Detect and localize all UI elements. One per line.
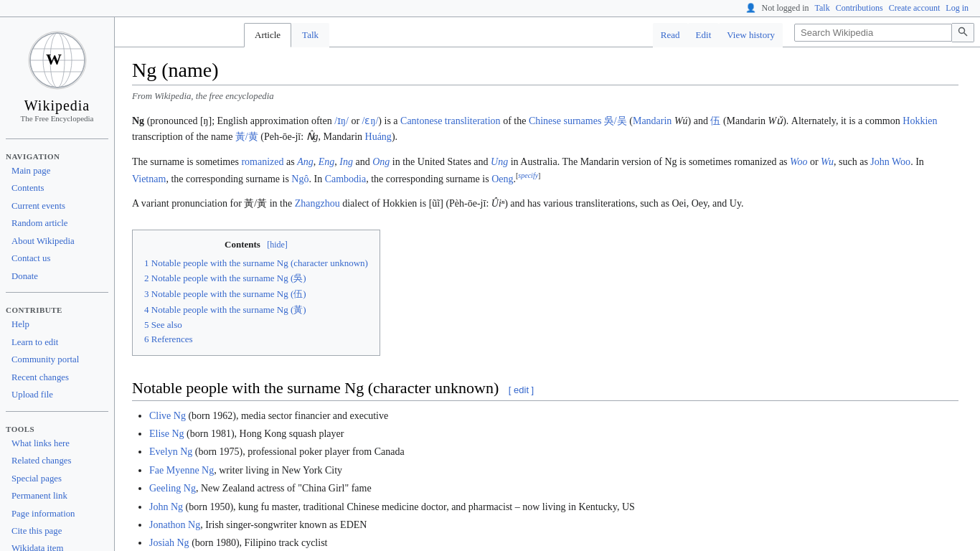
sidebar-item-cite-page[interactable]: Cite this page bbox=[0, 522, 114, 540]
toc-link-5[interactable]: 5 See also bbox=[144, 319, 182, 330]
ang-link[interactable]: Ang bbox=[297, 156, 314, 167]
ung-link[interactable]: Ung bbox=[491, 156, 508, 167]
zhangzhou-link[interactable]: Zhangzhou bbox=[295, 198, 340, 209]
list-item: Clive Ng (born 1962), media sector finan… bbox=[149, 408, 958, 424]
tab-talk[interactable]: Talk bbox=[291, 23, 329, 47]
wu-link2[interactable]: Wu bbox=[821, 156, 834, 167]
sidebar-item-about[interactable]: About Wikipedia bbox=[0, 232, 114, 250]
chinese-surnames-link[interactable]: Chinese surnames 吳/吴 bbox=[529, 116, 627, 126]
search-form[interactable] bbox=[794, 23, 974, 42]
create-account-link[interactable]: Create account bbox=[889, 3, 941, 14]
layout: W Wikipedia The Free Encyclopedia Naviga… bbox=[0, 17, 980, 551]
list-item: Jonathon Ng, Irish singer-songwriter kno… bbox=[149, 517, 958, 533]
toc-item-1[interactable]: 1 Notable people with the surname Ng (ch… bbox=[144, 256, 368, 270]
sidebar-item-permanent-link[interactable]: Permanent link bbox=[0, 487, 114, 504]
svg-text:W: W bbox=[46, 50, 62, 68]
huang-mandarin-link[interactable]: Huáng bbox=[365, 131, 392, 142]
romanized-link[interactable]: romanized bbox=[241, 156, 283, 167]
toc-link-6[interactable]: 6 References bbox=[144, 334, 193, 344]
talk-link[interactable]: Talk bbox=[815, 3, 830, 14]
ipa-link-2[interactable]: /ɛŋ/ bbox=[362, 116, 379, 126]
huang-link[interactable]: 黃/黄 bbox=[235, 131, 258, 142]
logo-area: W Wikipedia The Free Encyclopedia bbox=[0, 17, 114, 134]
clive-ng-link[interactable]: Clive Ng bbox=[149, 410, 186, 421]
intro-paragraph-3: A variant pronunciation for 黃/黃 in the Z… bbox=[132, 196, 958, 212]
sidebar: W Wikipedia The Free Encyclopedia Naviga… bbox=[0, 17, 115, 551]
sidebar-item-learn-to-edit[interactable]: Learn to edit bbox=[0, 334, 114, 351]
cantonese-link[interactable]: Cantonese transliteration bbox=[400, 116, 501, 126]
nav-section: Navigation Main page Contents Current ev… bbox=[0, 143, 114, 288]
sidebar-item-community-portal[interactable]: Community portal bbox=[0, 351, 114, 368]
cambodia-link[interactable]: Cambodia bbox=[325, 174, 367, 184]
contributions-link[interactable]: Contributions bbox=[836, 3, 883, 14]
sidebar-item-current-events[interactable]: Current events bbox=[0, 197, 114, 215]
action-view-history[interactable]: View history bbox=[719, 23, 783, 47]
toc: Contents [hide] 1 Notable people with th… bbox=[132, 230, 380, 356]
list-item: Geeling Ng, New Zealand actress of "Chin… bbox=[149, 481, 958, 496]
toc-item-4[interactable]: 4 Notable people with the surname Ng (黃) bbox=[144, 302, 368, 318]
tab-article[interactable]: Article bbox=[244, 23, 291, 47]
page-subtitle: From Wikipedia, the free encyclopedia bbox=[132, 91, 958, 102]
search-input[interactable] bbox=[794, 24, 952, 42]
toc-item-3[interactable]: 3 Notable people with the surname Ng (伍) bbox=[144, 286, 368, 302]
toc-item-5[interactable]: 5 See also bbox=[144, 318, 368, 332]
wu-link[interactable]: 伍 bbox=[710, 116, 720, 126]
specify-link[interactable]: specify bbox=[518, 171, 538, 179]
sidebar-item-help[interactable]: Help bbox=[0, 316, 114, 333]
tools-section: Tools What links here Related changes Sp… bbox=[0, 416, 114, 551]
toc-label: Contents bbox=[225, 239, 260, 250]
sidebar-item-random-article[interactable]: Random article bbox=[0, 215, 114, 232]
sidebar-item-upload-file[interactable]: Upload file bbox=[0, 386, 114, 403]
sidebar-item-special-pages[interactable]: Special pages bbox=[0, 470, 114, 487]
fae-myenne-ng-link[interactable]: Fae Myenne Ng bbox=[149, 465, 214, 476]
specify-sup: [specify] bbox=[516, 171, 540, 179]
josiah-ng-link[interactable]: Josiah Ng bbox=[149, 537, 189, 548]
user-icon: 👤 bbox=[745, 3, 756, 14]
hokkien-link[interactable]: Hokkien bbox=[903, 116, 937, 126]
toc-link-2[interactable]: 2 Notable people with the surname Ng (吳) bbox=[144, 273, 306, 283]
sidebar-item-related-changes[interactable]: Related changes bbox=[0, 452, 114, 469]
ing-link[interactable]: Ing bbox=[339, 156, 353, 167]
jonathon-ng-link[interactable]: Jonathon Ng bbox=[149, 519, 200, 530]
sidebar-item-main-page[interactable]: Main page bbox=[0, 162, 114, 179]
eng-link[interactable]: Eng bbox=[319, 156, 335, 167]
oeng-link[interactable]: Oeng bbox=[491, 174, 513, 184]
section-1-edit-link[interactable]: [ edit ] bbox=[509, 385, 534, 395]
action-edit[interactable]: Edit bbox=[688, 23, 720, 47]
toc-link-1[interactable]: 1 Notable people with the surname Ng (ch… bbox=[144, 258, 368, 268]
sidebar-item-what-links-here[interactable]: What links here bbox=[0, 435, 114, 452]
list-item: Fae Myenne Ng, writer living in New York… bbox=[149, 463, 958, 479]
john-ng-link[interactable]: John Ng bbox=[149, 501, 183, 512]
elise-ng-link[interactable]: Elise Ng bbox=[149, 428, 184, 439]
john-woo-link[interactable]: John Woo bbox=[870, 156, 910, 167]
page-title: Ng (name) bbox=[132, 59, 958, 85]
log-in-link[interactable]: Log in bbox=[946, 3, 969, 14]
search-button[interactable] bbox=[952, 23, 974, 42]
sidebar-item-contents[interactable]: Contents bbox=[0, 179, 114, 197]
svg-point-9 bbox=[959, 28, 965, 34]
sidebar-item-contact[interactable]: Contact us bbox=[0, 250, 114, 267]
evelyn-ng-link[interactable]: Evelyn Ng bbox=[149, 446, 192, 457]
ong-link[interactable]: Ong bbox=[372, 156, 390, 167]
geeling-ng-link[interactable]: Geeling Ng bbox=[149, 483, 196, 494]
ngo-link[interactable]: Ngô bbox=[291, 174, 308, 184]
woo-link[interactable]: Woo bbox=[790, 156, 807, 167]
toc-link-4[interactable]: 4 Notable people with the surname Ng (黃) bbox=[144, 304, 306, 315]
nav-section-title: Navigation bbox=[0, 149, 114, 162]
main-content: Ng (name) From Wikipedia, the free encyc… bbox=[115, 47, 976, 551]
tab-bar: Article Talk Read Edit View history bbox=[115, 17, 980, 47]
toc-title: Contents [hide] bbox=[144, 239, 368, 250]
toc-item-2[interactable]: 2 Notable people with the surname Ng (吳) bbox=[144, 270, 368, 286]
toc-hide-link[interactable]: [hide] bbox=[267, 240, 288, 250]
toc-link-3[interactable]: 3 Notable people with the surname Ng (伍) bbox=[144, 288, 306, 299]
sidebar-item-wikidata[interactable]: Wikidata item bbox=[0, 540, 114, 551]
sidebar-item-donate[interactable]: Donate bbox=[0, 268, 114, 285]
sidebar-item-recent-changes[interactable]: Recent changes bbox=[0, 369, 114, 386]
vietnam-link[interactable]: Vietnam bbox=[132, 174, 166, 184]
sidebar-item-page-info[interactable]: Page information bbox=[0, 505, 114, 522]
not-logged-in-label: Not logged in bbox=[762, 3, 809, 14]
mandarin-link-1[interactable]: Mandarin bbox=[633, 116, 672, 126]
ipa-link-1[interactable]: /ɪŋ/ bbox=[334, 116, 349, 126]
toc-item-6[interactable]: 6 References bbox=[144, 332, 368, 347]
action-read[interactable]: Read bbox=[653, 23, 688, 47]
